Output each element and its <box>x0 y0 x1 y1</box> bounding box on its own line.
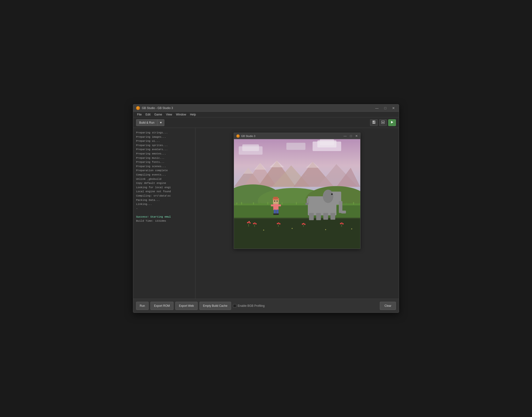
svg-rect-41 <box>282 202 283 204</box>
svg-rect-80 <box>249 222 251 224</box>
minimize-button[interactable]: — <box>374 106 380 110</box>
log-line: - <box>136 207 192 211</box>
svg-rect-78 <box>247 222 248 223</box>
title-bar-controls: — □ ✕ <box>374 106 396 110</box>
close-button[interactable]: ✕ <box>391 106 396 110</box>
log-line: Unlink _gbsbuild <box>136 177 192 181</box>
emulator-minimize[interactable]: — <box>343 134 347 138</box>
emulator-close[interactable]: ✕ <box>355 134 358 138</box>
menu-bar: File Edit Game View Window Help <box>133 112 399 117</box>
log-line-build-time: Build Time: 13318ms <box>136 219 192 223</box>
svg-text:✦: ✦ <box>351 228 353 230</box>
svg-rect-87 <box>277 223 278 224</box>
svg-rect-70 <box>277 201 277 202</box>
svg-rect-51 <box>353 202 354 204</box>
log-line: Local engine not found <box>136 190 192 194</box>
empty-build-cache-button[interactable]: Empty Build Cache <box>200 302 231 310</box>
svg-rect-35 <box>241 202 242 204</box>
svg-rect-44 <box>303 203 304 204</box>
svg-rect-10 <box>286 143 306 150</box>
run-button[interactable]: Run <box>136 302 149 310</box>
svg-rect-73 <box>273 214 276 215</box>
enable-bgb-label[interactable]: Enable BGB Profiling <box>233 304 265 307</box>
emulator-title-left: GB Studio 3 <box>236 134 255 138</box>
svg-rect-64 <box>306 203 308 205</box>
menu-view[interactable]: View <box>164 112 174 117</box>
svg-rect-1 <box>373 121 375 122</box>
toolbar-right <box>370 119 396 126</box>
save-button[interactable] <box>370 119 378 126</box>
svg-rect-85 <box>255 223 257 225</box>
maximize-button[interactable]: □ <box>383 106 387 110</box>
svg-rect-75 <box>271 204 274 206</box>
log-line: Packing Data... <box>136 198 192 203</box>
menu-help[interactable]: Help <box>188 112 198 117</box>
export-rom-button[interactable]: Export ROM <box>150 302 173 310</box>
game-scene: ✦ ✦ ✦ ✦ <box>234 139 360 249</box>
menu-file[interactable]: File <box>135 112 144 117</box>
svg-rect-97 <box>342 223 343 225</box>
window-title: GB Studio - GB Studio 3 <box>142 106 173 110</box>
log-line: Compiling events... <box>136 173 192 177</box>
svg-rect-86 <box>278 225 279 227</box>
svg-rect-2 <box>373 122 375 123</box>
save-icon <box>372 120 376 125</box>
log-line: Preparing fonts... <box>136 160 192 165</box>
menu-window[interactable]: Window <box>174 112 188 117</box>
svg-rect-83 <box>253 223 254 224</box>
build-run-button[interactable]: Build & Run <box>136 119 157 126</box>
svg-rect-91 <box>302 224 303 225</box>
app-icon <box>136 106 140 110</box>
export-web-button[interactable]: Export Web <box>175 302 197 310</box>
log-line: Preparing scenes... <box>136 165 192 169</box>
svg-rect-88 <box>278 223 279 224</box>
log-line: Preparing music... <box>136 156 192 160</box>
log-line: Preparing emotes... <box>136 152 192 156</box>
emulator-window: GB Studio 3 — □ ✕ <box>234 133 361 249</box>
svg-rect-69 <box>274 201 275 202</box>
emulator-title: GB Studio 3 <box>241 135 255 137</box>
enable-bgb-text: Enable BGB Profiling <box>238 304 265 307</box>
svg-rect-94 <box>341 225 342 227</box>
log-line: Preparing ui... <box>136 139 192 144</box>
svg-rect-38 <box>260 203 261 204</box>
log-line: Preparation complete <box>136 168 192 173</box>
svg-rect-68 <box>273 197 278 199</box>
export-icon <box>381 120 385 125</box>
menu-edit[interactable]: Edit <box>144 112 152 117</box>
emulator-app-icon <box>236 134 240 138</box>
svg-rect-26 <box>329 176 330 177</box>
svg-rect-59 <box>309 213 314 220</box>
emulator-maximize[interactable]: □ <box>350 134 352 138</box>
svg-rect-37 <box>253 202 254 204</box>
log-line: Copy default engine <box>136 181 192 186</box>
svg-rect-61 <box>323 213 328 220</box>
log-line: Preparing strings... <box>136 131 192 135</box>
toolbar-left: Build & Run ▼ <box>136 119 164 126</box>
svg-rect-24 <box>282 174 282 174</box>
svg-rect-52 <box>359 203 360 204</box>
svg-rect-23 <box>255 172 256 173</box>
svg-rect-33 <box>234 218 360 219</box>
play-button[interactable] <box>388 119 396 126</box>
svg-rect-50 <box>346 203 347 204</box>
svg-rect-92 <box>303 223 304 224</box>
svg-rect-77 <box>248 224 249 227</box>
svg-text:✦: ✦ <box>263 229 265 231</box>
svg-rect-84 <box>254 223 255 224</box>
svg-rect-9 <box>242 145 259 151</box>
build-log-panel: Preparing strings... Preparing images...… <box>133 128 195 299</box>
svg-point-57 <box>323 190 333 203</box>
log-line: Looking for local engi <box>136 186 192 190</box>
main-window: GB Studio - GB Studio 3 — □ ✕ File Edit … <box>133 104 399 313</box>
log-line: Linking... <box>136 202 192 207</box>
log-line: Compiling: src\data\sc <box>136 194 192 198</box>
enable-bgb-checkbox[interactable] <box>233 304 236 307</box>
svg-rect-82 <box>254 225 255 227</box>
clear-button[interactable]: Clear <box>380 302 396 310</box>
svg-rect-56 <box>341 211 346 214</box>
svg-rect-43 <box>296 202 297 204</box>
menu-game[interactable]: Game <box>152 112 164 117</box>
export-button[interactable] <box>379 119 387 126</box>
build-run-dropdown[interactable]: ▼ <box>157 119 164 126</box>
